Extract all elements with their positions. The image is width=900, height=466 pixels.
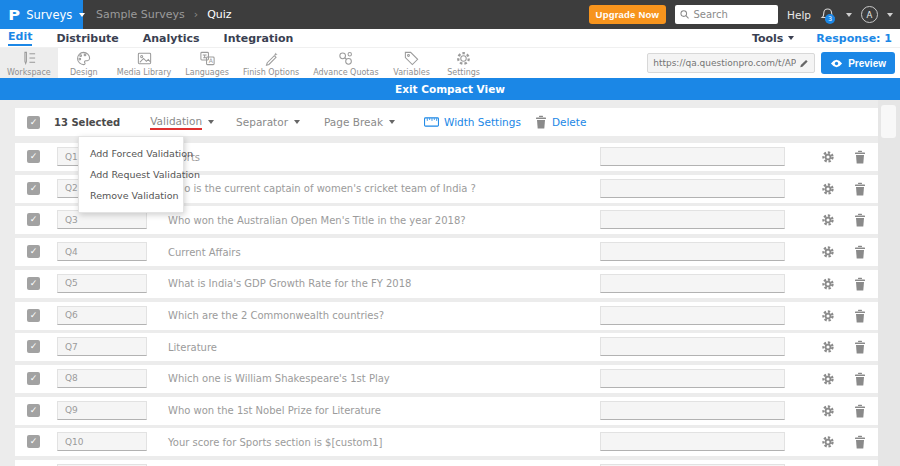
select-all-checkbox[interactable]: ✓ (27, 116, 40, 129)
question-code-input[interactable] (57, 432, 147, 451)
validation-menu-trigger[interactable]: Validation (150, 115, 214, 130)
row-checkbox[interactable]: ✓ (27, 150, 40, 163)
question-answer-input[interactable] (600, 306, 785, 325)
validation-dropdown-menu: Add Forced Validation Add Request Valida… (78, 136, 184, 213)
question-answer-input[interactable] (600, 147, 785, 166)
question-answer-input[interactable] (600, 210, 785, 229)
question-row: ✓ Which one is William Shakespeare's 1st… (15, 365, 878, 393)
scrollbar-thumb[interactable] (881, 105, 896, 138)
row-checkbox[interactable]: ✓ (27, 213, 40, 226)
nav-tab-edit[interactable]: Edit (8, 30, 32, 46)
toolbar-item-finish-options[interactable]: Finish Options (236, 48, 306, 78)
row-checkbox[interactable]: ✓ (27, 404, 40, 417)
row-checkbox[interactable]: ✓ (27, 340, 40, 353)
toolbar-item-design[interactable]: Design (58, 48, 110, 78)
row-delete-trash-icon[interactable] (854, 404, 866, 418)
row-settings-gear-icon[interactable] (821, 150, 835, 164)
chevron-down-icon[interactable] (887, 13, 893, 17)
question-code-input[interactable] (57, 306, 147, 325)
row-delete-trash-icon[interactable] (854, 150, 866, 164)
question-answer-input[interactable] (600, 337, 785, 356)
search-box[interactable] (675, 5, 778, 24)
row-settings-gear-icon[interactable] (821, 213, 835, 227)
row-checkbox[interactable]: ✓ (27, 372, 40, 385)
notifications-button[interactable]: 3 (820, 6, 837, 23)
row-checkbox[interactable]: ✓ (27, 309, 40, 322)
page-break-menu-trigger[interactable]: Page Break (324, 116, 395, 128)
width-settings-button[interactable]: Width Settings (424, 116, 521, 128)
nav-tab-distribute[interactable]: Distribute (56, 32, 118, 45)
question-code-input[interactable] (57, 369, 147, 388)
help-link[interactable]: Help (787, 9, 811, 21)
toolbar-item-media-library[interactable]: Media Library (110, 48, 179, 78)
question-code-input[interactable] (57, 337, 147, 356)
row-delete-trash-icon[interactable] (854, 213, 866, 227)
row-settings-gear-icon[interactable] (821, 372, 835, 386)
question-code-input[interactable] (57, 274, 147, 293)
toolbar-item-workspace[interactable]: Workspace (0, 48, 58, 78)
question-text: Current Affairs (168, 238, 241, 266)
nav-tab-analytics[interactable]: Analytics (143, 32, 200, 45)
question-answer-input[interactable] (600, 242, 785, 261)
row-settings-gear-icon[interactable] (821, 435, 835, 449)
question-code-input[interactable] (57, 401, 147, 420)
row-delete-trash-icon[interactable] (854, 245, 866, 259)
row-settings-gear-icon[interactable] (821, 404, 835, 418)
breadcrumb-parent[interactable]: Sample Surveys (96, 8, 185, 21)
row-delete-trash-icon[interactable] (854, 277, 866, 291)
question-answer-input[interactable] (600, 401, 785, 420)
scrollbar-track[interactable] (878, 100, 900, 466)
preview-button[interactable]: Preview (821, 52, 895, 74)
row-delete-trash-icon[interactable] (854, 340, 866, 354)
width-settings-label: Width Settings (444, 116, 521, 128)
question-text: What is India's GDP Growth Rate for the … (168, 270, 411, 298)
edit-pencil-icon[interactable] (799, 58, 809, 69)
tools-menu[interactable]: Tools (752, 32, 794, 45)
row-settings-gear-icon[interactable] (821, 309, 835, 323)
response-count-link[interactable]: Response: 1 (816, 32, 892, 45)
toolbar-item-advance-quotas[interactable]: Advance Quotas (306, 48, 385, 78)
surveys-app-menu[interactable]: P Surveys (0, 0, 83, 29)
question-answer-input[interactable] (600, 274, 785, 293)
chevron-down-icon[interactable] (846, 13, 852, 17)
row-settings-gear-icon[interactable] (821, 340, 835, 354)
row-delete-trash-icon[interactable] (854, 435, 866, 449)
row-delete-trash-icon[interactable] (854, 372, 866, 386)
question-answer-input[interactable] (600, 369, 785, 388)
row-delete-trash-icon[interactable] (854, 309, 866, 323)
tag-icon (403, 50, 420, 67)
page-break-label: Page Break (324, 116, 383, 128)
validation-menu-item[interactable]: Remove Validation (79, 185, 183, 206)
question-code-input[interactable] (57, 242, 147, 261)
row-checkbox[interactable]: ✓ (27, 435, 40, 448)
toolbar-item-settings[interactable]: Settings (438, 48, 490, 78)
validation-menu-item[interactable]: Add Forced Validation (79, 143, 183, 164)
validation-menu-item[interactable]: Add Request Validation (79, 164, 183, 185)
row-checkbox[interactable]: ✓ (27, 277, 40, 290)
separator-menu-trigger[interactable]: Separator (236, 116, 300, 128)
search-input[interactable] (693, 9, 773, 20)
question-answer-input[interactable] (600, 179, 785, 198)
question-code-input[interactable] (57, 210, 147, 229)
row-settings-gear-icon[interactable] (821, 245, 835, 259)
row-settings-gear-icon[interactable] (821, 277, 835, 291)
survey-toolbar: Workspace Design Media Library A Languag… (0, 48, 900, 78)
chevron-down-icon (389, 120, 395, 124)
exit-compact-view-button[interactable]: Exit Compact View (395, 83, 505, 95)
toolbar-item-variables[interactable]: Variables (386, 48, 438, 78)
delete-selected-button[interactable]: Delete (535, 115, 587, 129)
row-checkbox[interactable]: ✓ (27, 182, 40, 195)
question-answer-input[interactable] (600, 432, 785, 451)
questionpro-logo: P (8, 7, 20, 23)
survey-url-box[interactable] (647, 53, 815, 73)
upgrade-now-button[interactable]: Upgrade Now (589, 5, 666, 24)
nav-tab-integration[interactable]: Integration (224, 32, 294, 45)
question-text: Literature (168, 333, 217, 361)
toolbar-item-label: Languages (185, 68, 229, 77)
toolbar-item-languages[interactable]: A Languages (178, 48, 236, 78)
survey-url-input[interactable] (653, 58, 796, 68)
row-checkbox[interactable]: ✓ (27, 245, 40, 258)
row-delete-trash-icon[interactable] (854, 182, 866, 196)
row-settings-gear-icon[interactable] (821, 182, 835, 196)
avatar[interactable]: A (861, 6, 878, 23)
